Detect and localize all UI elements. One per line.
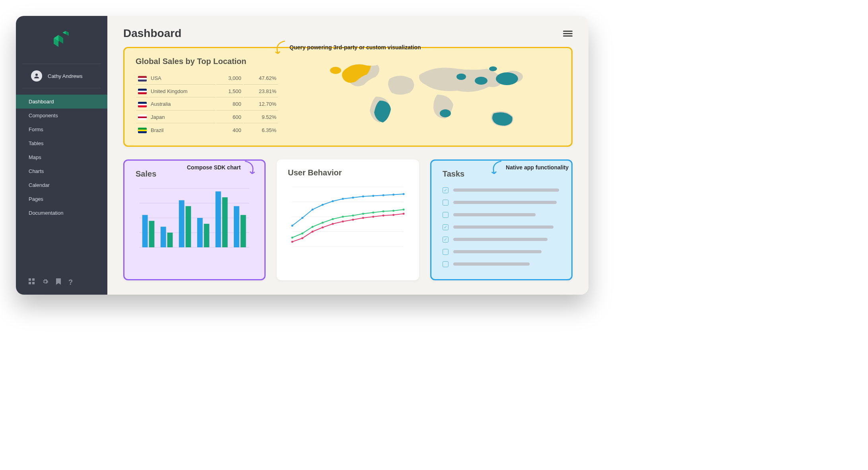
table-row: USA3,00047.62% — [136, 72, 278, 85]
task-item[interactable] — [443, 209, 560, 221]
country-pct: 23.81% — [244, 85, 278, 98]
country-name: Brazil — [149, 124, 216, 136]
svg-point-42 — [322, 204, 324, 206]
task-placeholder-bar — [453, 213, 536, 216]
user-behavior-title: User Behavior — [288, 168, 408, 177]
task-placeholder-bar — [453, 238, 548, 241]
svg-point-53 — [311, 226, 313, 228]
svg-point-74 — [403, 213, 405, 215]
sidebar-nav: DashboardComponentsFormsTablesMapsCharts… — [16, 95, 107, 278]
sidebar-item-components[interactable]: Components — [16, 109, 107, 122]
svg-point-73 — [392, 214, 394, 216]
svg-rect-23 — [149, 221, 155, 247]
svg-point-59 — [372, 212, 374, 214]
checkbox-icon[interactable] — [443, 200, 449, 206]
gear-icon[interactable] — [42, 278, 49, 287]
svg-point-46 — [362, 195, 364, 197]
svg-point-12 — [496, 72, 518, 85]
sidebar-footer: ? — [16, 278, 107, 287]
table-row: Japan6009.52% — [136, 111, 278, 124]
user-icon — [33, 72, 40, 80]
svg-point-39 — [291, 225, 293, 227]
svg-rect-32 — [234, 206, 239, 247]
svg-point-56 — [342, 216, 344, 218]
svg-point-62 — [403, 208, 405, 210]
sidebar-item-calendar[interactable]: Calendar — [16, 178, 107, 192]
svg-point-15 — [489, 66, 497, 71]
svg-point-67 — [332, 223, 334, 225]
svg-point-57 — [352, 214, 354, 216]
help-icon[interactable]: ? — [68, 278, 73, 287]
main-content: Dashboard Query powering 3rd-party or cu… — [107, 16, 588, 295]
checkbox-icon[interactable]: ✓ — [443, 224, 449, 230]
task-item[interactable] — [443, 246, 560, 258]
svg-point-72 — [383, 214, 384, 216]
svg-rect-8 — [29, 282, 31, 284]
task-placeholder-bar — [453, 250, 542, 253]
svg-point-55 — [332, 218, 334, 220]
task-item[interactable]: ✓ — [443, 233, 560, 246]
svg-point-41 — [311, 208, 313, 210]
country-pct: 6.35% — [244, 124, 278, 136]
svg-point-52 — [301, 232, 303, 234]
sidebar-item-charts[interactable]: Charts — [16, 164, 107, 178]
global-sales-table: USA3,00047.62%United Kingdom1,50023.81%A… — [136, 72, 279, 137]
sidebar-item-pages[interactable]: Pages — [16, 192, 107, 206]
table-row: Brazil4006.35% — [136, 124, 278, 136]
task-item[interactable] — [443, 258, 560, 270]
svg-point-69 — [352, 219, 354, 221]
card-row: Sales User Behavior Tasks ✓✓✓ — [123, 159, 573, 280]
svg-rect-27 — [186, 206, 191, 247]
task-placeholder-bar — [453, 188, 559, 192]
country-value: 600 — [216, 111, 243, 124]
svg-point-63 — [291, 241, 293, 243]
checkbox-icon[interactable]: ✓ — [443, 237, 449, 243]
checkbox-icon[interactable]: ✓ — [443, 187, 449, 193]
hamburger-menu[interactable] — [563, 29, 573, 38]
topbar: Dashboard — [123, 27, 573, 40]
task-item[interactable]: ✓ — [443, 221, 560, 233]
svg-point-65 — [311, 231, 313, 233]
svg-rect-9 — [32, 282, 35, 284]
svg-point-44 — [342, 198, 344, 200]
svg-point-40 — [301, 217, 303, 219]
sidebar-item-maps[interactable]: Maps — [16, 150, 107, 164]
svg-point-11 — [440, 109, 451, 117]
svg-point-71 — [372, 216, 374, 218]
svg-rect-31 — [222, 197, 228, 247]
svg-rect-30 — [216, 191, 221, 247]
country-name: USA — [149, 72, 216, 85]
svg-rect-6 — [29, 278, 31, 281]
svg-point-68 — [342, 220, 344, 222]
svg-point-51 — [291, 237, 293, 239]
user-name: Cathy Andrews — [48, 73, 82, 79]
task-item[interactable] — [443, 196, 560, 209]
sidebar-item-forms[interactable]: Forms — [16, 122, 107, 136]
checkbox-icon[interactable] — [443, 212, 449, 218]
task-placeholder-bar — [453, 262, 530, 266]
svg-point-45 — [352, 196, 354, 198]
checkbox-icon[interactable] — [443, 261, 449, 267]
svg-point-16 — [330, 67, 341, 74]
svg-point-66 — [322, 226, 324, 228]
sidebar-item-dashboard[interactable]: Dashboard — [16, 95, 107, 109]
global-sales-card: Global Sales by Top Location USA3,00047.… — [123, 47, 573, 147]
sidebar-item-documentation[interactable]: Documentation — [16, 206, 107, 220]
task-placeholder-bar — [453, 225, 553, 229]
svg-point-61 — [392, 210, 394, 212]
bookmark-icon[interactable] — [56, 278, 61, 287]
page-title: Dashboard — [123, 27, 181, 40]
logo-icon — [50, 28, 74, 52]
checkbox-icon[interactable] — [443, 249, 449, 255]
country-value: 3,000 — [216, 72, 243, 85]
sales-title: Sales — [136, 169, 253, 179]
grid-icon[interactable] — [29, 278, 35, 287]
svg-point-70 — [362, 217, 364, 219]
svg-rect-25 — [167, 233, 173, 247]
svg-point-43 — [332, 200, 334, 202]
task-list: ✓✓✓ — [443, 184, 560, 270]
sidebar-item-tables[interactable]: Tables — [16, 136, 107, 150]
task-item[interactable]: ✓ — [443, 184, 560, 196]
svg-marker-1 — [58, 35, 63, 44]
user-box[interactable]: Cathy Andrews — [22, 64, 101, 88]
